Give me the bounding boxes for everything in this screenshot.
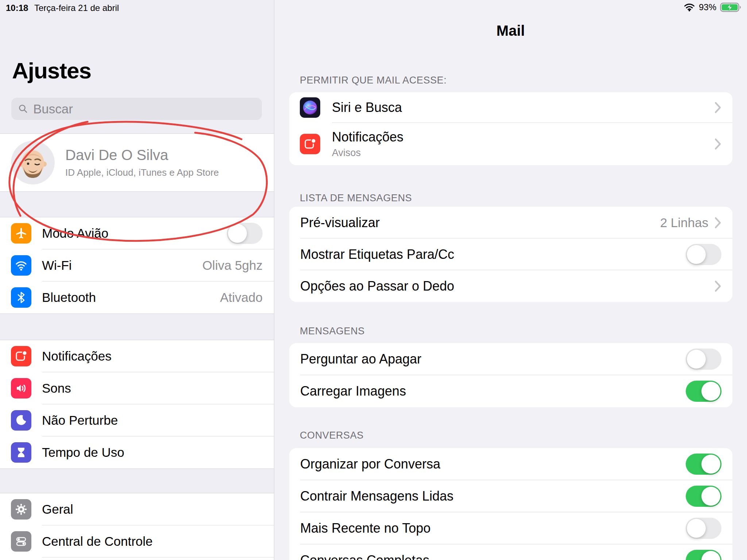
profile-name: Davi De O Silva xyxy=(65,147,219,163)
mail-settings-panel: Mail PERMITIR QUE MAIL ACESSE: Siri e Bu… xyxy=(274,0,747,560)
contrair-mensagens-lidas-toggle[interactable] xyxy=(686,486,721,507)
row-perguntar-ao-apagar[interactable]: Perguntar ao Apagar xyxy=(289,343,732,375)
sidebar-item-control-center[interactable]: Central de Controle xyxy=(0,525,274,557)
search-input[interactable]: Buscar xyxy=(11,98,262,120)
sidebar-next-row-sliver xyxy=(0,557,274,560)
page-title: Ajustes xyxy=(12,58,91,83)
row-label: Perguntar ao Apagar xyxy=(300,351,686,367)
settings-sidebar: Ajustes Buscar Davi De O Silva ID App xyxy=(0,0,274,560)
battery-charging-icon xyxy=(720,2,743,13)
bluetooth-icon xyxy=(11,287,31,308)
sidebar-item-label: Modo Avião xyxy=(42,226,216,241)
wifi-icon xyxy=(11,255,31,276)
row-conversas-completas[interactable]: Conversas Completas xyxy=(289,544,732,560)
row-label: Pré-visualizar xyxy=(300,215,660,230)
card-conversations: Organizar por Conversa Contrair Mensagen… xyxy=(289,448,732,560)
sidebar-item-sounds[interactable]: Sons xyxy=(0,372,274,404)
toggle-knob xyxy=(687,350,706,369)
panel-title: Mail xyxy=(274,23,747,39)
hourglass-icon xyxy=(11,442,31,463)
sounds-icon xyxy=(11,378,31,398)
apple-id-profile[interactable]: Davi De O Silva ID Apple, iCloud, iTunes… xyxy=(0,133,274,192)
sidebar-item-airplane-mode[interactable]: Modo Avião xyxy=(0,217,274,249)
toggle-knob xyxy=(228,224,247,243)
row-siri-e-busca[interactable]: Siri e Busca xyxy=(289,92,732,123)
status-date: Terça-feira 21 de abril xyxy=(34,3,119,13)
row-label: Notificações xyxy=(332,129,703,145)
chevron-right-icon xyxy=(714,137,721,151)
bluetooth-status-value: Ativado xyxy=(220,290,263,305)
row-label: Opções ao Passar o Dedo xyxy=(300,279,714,294)
toggle-knob xyxy=(701,551,720,560)
row-carregar-imagens[interactable]: Carregar Imagens xyxy=(289,375,732,407)
sidebar-item-label: Geral xyxy=(42,502,263,517)
row-label: Organizar por Conversa xyxy=(300,456,686,472)
sidebar-item-label: Bluetooth xyxy=(42,290,209,305)
toggle-knob xyxy=(701,455,720,474)
avatar xyxy=(11,141,55,184)
perguntar-ao-apagar-toggle[interactable] xyxy=(686,349,721,370)
sidebar-item-bluetooth[interactable]: Bluetooth Ativado xyxy=(0,281,274,314)
chevron-right-icon xyxy=(714,280,721,293)
sidebar-group-notifications: Notificações Sons Não Perturbe Tempo de … xyxy=(0,340,274,469)
search-icon xyxy=(18,104,29,114)
sidebar-item-notifications[interactable]: Notificações xyxy=(0,340,274,372)
sidebar-item-label: Sons xyxy=(42,381,263,396)
airplane-icon xyxy=(11,223,31,244)
sidebar-item-wifi[interactable]: Wi-Fi Oliva 5ghz xyxy=(0,249,274,281)
row-contrair-mensagens-lidas[interactable]: Contrair Mensagens Lidas xyxy=(289,480,732,512)
sidebar-item-label: Central de Controle xyxy=(42,534,263,549)
sidebar-item-general[interactable]: Geral xyxy=(0,493,274,525)
airplane-mode-toggle[interactable] xyxy=(227,223,263,244)
row-opcoes-passar-dedo[interactable]: Opções ao Passar o Dedo xyxy=(289,270,732,302)
carregar-imagens-toggle[interactable] xyxy=(686,381,721,402)
control-center-icon xyxy=(11,531,31,552)
sidebar-item-label: Tempo de Uso xyxy=(42,445,263,460)
card-message-list: Pré-visualizar 2 Linhas Mostrar Etiqueta… xyxy=(289,207,732,302)
chevron-right-icon xyxy=(714,216,721,229)
row-label: Mostrar Etiquetas Para/Cc xyxy=(300,247,686,262)
sidebar-item-do-not-disturb[interactable]: Não Perturbe xyxy=(0,404,274,436)
profile-subtitle: ID Apple, iCloud, iTunes e App Store xyxy=(65,167,219,178)
card-messages: Perguntar ao Apagar Carregar Imagens xyxy=(289,343,732,407)
sidebar-item-label: Wi-Fi xyxy=(42,258,192,273)
wifi-network-value: Oliva 5ghz xyxy=(202,258,263,273)
wifi-status-icon xyxy=(684,3,695,12)
section-header-message-list: LISTA DE MENSAGENS xyxy=(300,192,412,204)
toggle-knob xyxy=(687,519,706,538)
battery-percent: 93% xyxy=(699,2,716,12)
status-time: 10:18 xyxy=(6,3,28,13)
toggle-knob xyxy=(701,487,720,506)
row-pre-visualizar[interactable]: Pré-visualizar 2 Linhas xyxy=(289,207,732,238)
row-label: Contrair Mensagens Lidas xyxy=(300,489,686,504)
mostrar-etiquetas-toggle[interactable] xyxy=(686,244,721,265)
row-label: Conversas Completas xyxy=(300,553,686,560)
toggle-knob xyxy=(687,245,706,264)
card-allow-mail-access: Siri e Busca Notificações Avisos xyxy=(289,92,732,165)
row-mostrar-etiquetas[interactable]: Mostrar Etiquetas Para/Cc xyxy=(289,238,732,270)
row-notificacoes[interactable]: Notificações Avisos xyxy=(289,123,732,165)
gear-icon xyxy=(11,499,31,520)
row-organizar-por-conversa[interactable]: Organizar por Conversa xyxy=(289,448,732,480)
sidebar-item-label: Notificações xyxy=(42,349,263,363)
sidebar-item-screen-time[interactable]: Tempo de Uso xyxy=(0,436,274,468)
chevron-right-icon xyxy=(714,101,721,114)
search-placeholder: Buscar xyxy=(33,102,73,116)
notifications-icon xyxy=(300,134,320,154)
row-mais-recente-no-topo[interactable]: Mais Recente no Topo xyxy=(289,512,732,544)
organizar-por-conversa-toggle[interactable] xyxy=(686,454,721,475)
siri-icon xyxy=(300,97,320,118)
row-value: 2 Linhas xyxy=(660,215,708,230)
sidebar-group-connectivity: Modo Avião Wi-Fi Oliva 5ghz Bluetooth At… xyxy=(0,217,274,314)
notifications-icon xyxy=(11,346,31,366)
row-label: Mais Recente no Topo xyxy=(300,521,686,536)
conversas-completas-toggle[interactable] xyxy=(686,550,721,560)
row-label: Siri e Busca xyxy=(332,100,703,115)
sidebar-item-label: Não Perturbe xyxy=(42,413,263,428)
mais-recente-no-topo-toggle[interactable] xyxy=(686,518,721,539)
row-subtitle: Avisos xyxy=(332,147,703,159)
section-header-allow-mail-access: PERMITIR QUE MAIL ACESSE: xyxy=(300,75,447,86)
moon-icon xyxy=(11,410,31,431)
row-label: Carregar Imagens xyxy=(300,384,686,399)
status-bar: 10:18 Terça-feira 21 de abril 93% xyxy=(0,0,747,16)
